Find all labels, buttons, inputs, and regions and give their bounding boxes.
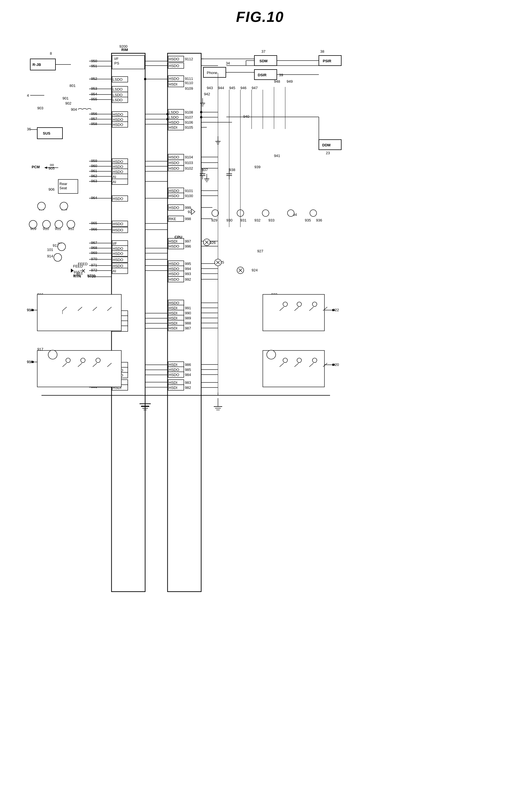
svg-text:39: 39 [279,73,283,77]
svg-text:HSDO: HSDO [113,258,123,262]
svg-text:963: 963 [91,179,97,183]
svg-point-357 [297,302,302,306]
svg-text:959: 959 [91,159,97,163]
svg-text:941: 941 [274,154,280,158]
svg-text:906: 906 [49,187,55,192]
svg-text:967: 967 [91,241,97,245]
svg-text:HSDO: HSDO [169,301,179,305]
svg-text:992: 992 [185,277,191,281]
svg-point-485 [144,78,146,80]
svg-text:Phone: Phone [207,71,217,75]
svg-text:938: 938 [229,168,235,172]
svg-text:HSDI: HSDI [169,386,177,390]
svg-point-366 [283,358,287,363]
page-title: FIG.10 [236,8,284,25]
svg-point-342 [67,220,75,228]
svg-text:36: 36 [27,127,31,131]
svg-text:9104: 9104 [185,155,193,159]
svg-point-339 [29,220,37,228]
svg-text:HSDO: HSDO [169,166,179,170]
svg-text:927: 927 [257,249,263,253]
svg-text:AI: AI [113,180,116,184]
svg-text:AI: AI [113,175,116,179]
svg-text:R-JB: R-JB [32,63,41,67]
svg-text:958: 958 [91,122,97,126]
svg-text:945: 945 [229,86,235,90]
svg-point-346 [262,210,269,217]
svg-text:9110: 9110 [185,81,193,85]
svg-text:HSDO: HSDO [169,368,179,372]
page: FIG.10 RIM 9200 I/F PS CPU R-JB 8 4 [0,0,520,812]
svg-text:HSDI: HSDI [169,311,177,315]
svg-text:989: 989 [185,316,191,320]
svg-text:990: 990 [185,311,191,315]
svg-text:953: 953 [91,87,97,91]
svg-text:HSDI: HSDI [169,380,177,385]
svg-point-486 [200,111,202,113]
svg-text:FEED: FEED [73,264,83,268]
svg-text:9108: 9108 [185,110,193,115]
svg-text:HSDO: HSDO [169,161,179,165]
svg-text:PS: PS [114,61,119,65]
svg-text:930: 930 [226,218,233,222]
svg-point-340 [43,220,50,228]
svg-text:HSDI: HSDI [169,125,177,129]
svg-point-341 [55,220,63,228]
svg-text:902: 902 [65,101,72,105]
svg-text:HSDO: HSDO [113,228,123,232]
svg-text:LSDO: LSDO [113,87,123,92]
svg-text:970: 970 [91,257,97,261]
svg-text:9112: 9112 [185,57,193,61]
svg-text:HSDI: HSDI [169,363,177,367]
svg-text:968: 968 [91,246,97,250]
svg-text:955: 955 [91,97,97,101]
svg-text:999: 999 [185,205,191,210]
svg-text:Rear: Rear [59,182,68,186]
svg-text:HSDO: HSDO [169,155,179,159]
svg-text:HSDO: HSDO [169,277,179,281]
svg-text:HSDI: HSDI [169,316,177,320]
svg-text:HSDO: HSDO [113,170,123,174]
svg-text:9100: 9100 [185,194,193,198]
svg-point-367 [297,358,302,363]
svg-text:9101: 9101 [185,189,193,193]
svg-text:903: 903 [37,106,44,110]
svg-text:HSDI: HSDI [169,321,177,325]
svg-text:914: 914 [47,254,53,258]
svg-text:972: 972 [91,268,97,272]
svg-text:4: 4 [27,93,29,98]
svg-text:997: 997 [185,239,191,243]
svg-point-361 [66,358,70,363]
svg-text:9103: 9103 [185,161,193,165]
svg-text:HSDO: HSDO [169,272,179,276]
svg-text:801: 801 [70,83,76,88]
svg-text:HSDO: HSDO [113,118,123,122]
svg-text:971: 971 [91,263,97,267]
svg-text:965: 965 [91,221,97,225]
svg-text:HSDO: HSDO [169,57,179,61]
svg-text:9200: 9200 [119,44,128,49]
svg-text:935: 935 [305,218,311,222]
svg-rect-0 [22,31,498,802]
svg-text:PCM: PCM [32,165,40,169]
svg-point-483 [166,113,169,115]
svg-text:948: 948 [274,79,280,83]
svg-text:23: 23 [326,151,330,155]
svg-point-344 [212,210,218,217]
svg-text:HSDO: HSDO [113,251,123,256]
svg-point-348 [310,210,317,217]
svg-point-368 [312,358,317,363]
svg-text:HSDI: HSDI [169,326,177,330]
svg-text:960: 960 [91,164,97,168]
svg-text:988: 988 [185,321,191,325]
svg-text:PSIR: PSIR [323,59,332,63]
svg-text:HSDO: HSDO [169,120,179,124]
svg-text:RKE: RKE [169,217,176,221]
svg-text:946: 946 [240,86,246,90]
svg-text:994: 994 [185,267,191,271]
svg-point-360 [48,350,57,359]
svg-text:HSDO: HSDO [113,165,123,169]
svg-text:954: 954 [91,92,97,96]
svg-text:HSDO: HSDO [169,189,179,193]
svg-text:915: 915 [77,271,83,276]
